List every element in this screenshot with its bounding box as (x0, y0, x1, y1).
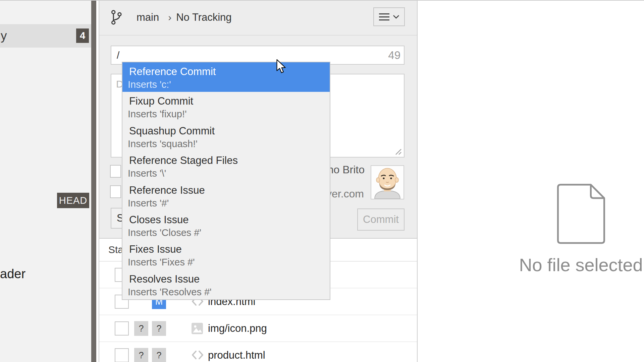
composer-option-checkbox[interactable] (110, 185, 121, 198)
autocomplete-item-title: Closes Issue (129, 213, 330, 227)
tracking-status[interactable]: No Tracking (176, 11, 231, 23)
autocomplete-item-title: Fixes Issue (129, 242, 330, 256)
file-name: product.html (208, 349, 265, 361)
file-row[interactable]: ??product.html (99, 342, 417, 362)
autocomplete-item-subtitle: Inserts 'Resolves #' (128, 286, 330, 298)
untracked-status-badge: ? (152, 348, 166, 362)
commit-button[interactable]: Commit (357, 208, 405, 231)
file-stage-checkbox[interactable] (115, 348, 129, 362)
autocomplete-item-subtitle: Inserts '#' (128, 197, 330, 209)
untracked-status-badge: ? (152, 321, 166, 336)
autocomplete-item-subtitle: Inserts 'Fixes #' (128, 256, 330, 268)
autocomplete-item-title: Resolves Issue (129, 272, 330, 286)
autocomplete-item[interactable]: Resolves IssueInserts 'Resolves #' (122, 270, 330, 299)
file-row[interactable]: ??img/icon.png (99, 315, 417, 342)
sidebar-item-label: y (1, 29, 7, 43)
panel-gutter (96, 0, 99, 362)
subject-char-counter: 49 (388, 49, 400, 62)
hamburger-icon (379, 13, 389, 20)
author-name[interactable]: no Brito (328, 164, 365, 176)
image-icon (191, 322, 203, 336)
untracked-status-badge: ? (134, 321, 148, 336)
window-top-border (0, 0, 644, 1)
autocomplete-item-subtitle: Inserts '\' (128, 167, 330, 180)
mouse-cursor (276, 59, 288, 75)
empty-state: No file selected (519, 183, 643, 275)
sidebar-item-working-copy[interactable]: y 4 (0, 24, 91, 48)
sidebar: y 4 HEAD ader (0, 0, 91, 362)
untracked-status-badge: ? (134, 348, 148, 362)
chevron-down-icon (393, 15, 399, 19)
autocomplete-item-title: Reference Commit (129, 65, 330, 78)
change-count-badge: 4 (76, 28, 89, 43)
working-copy-panel: main › No Tracking 49 D no Brito ver.com (99, 0, 417, 362)
empty-file-icon (556, 183, 606, 245)
autocomplete-item-title: Squashup Commit (129, 124, 330, 138)
autocomplete-item-subtitle: Inserts 'Closes #' (128, 227, 330, 239)
autocomplete-item[interactable]: Fixes IssueInserts 'Fixes #' (122, 240, 330, 269)
empty-state-text: No file selected (519, 254, 643, 275)
branch-toolbar: main › No Tracking (99, 0, 417, 36)
branch-name[interactable]: main (137, 11, 159, 23)
breadcrumb-separator: › (168, 12, 171, 23)
toolbar-menu-button[interactable] (373, 7, 405, 26)
resize-grip-icon[interactable] (394, 148, 402, 155)
author-avatar[interactable] (371, 165, 404, 199)
autocomplete-item[interactable]: Closes IssueInserts 'Closes #' (122, 210, 330, 240)
autocomplete-item-subtitle: Inserts 'fixup!' (128, 108, 330, 120)
author-email[interactable]: ver.com (326, 188, 364, 200)
composer-option-checkbox[interactable] (110, 165, 121, 178)
sidebar-splitter[interactable] (91, 0, 96, 362)
file-stage-checkbox[interactable] (115, 321, 129, 336)
head-badge: HEAD (57, 193, 89, 208)
branch-icon (111, 8, 122, 27)
autocomplete-item-subtitle: Inserts 'c:' (128, 78, 330, 91)
autocomplete-item[interactable]: Squashup CommitInserts 'squash!' (122, 122, 330, 151)
autocomplete-item[interactable]: Reference IssueInserts '#' (122, 181, 330, 210)
autocomplete-item-title: Reference Issue (129, 183, 330, 197)
autocomplete-item[interactable]: Fixup CommitInserts 'fixup!' (122, 92, 330, 121)
autocomplete-item[interactable]: Reference CommitInserts 'c:' (122, 62, 330, 92)
autocomplete-menu: Reference CommitInserts 'c:'Fixup Commit… (122, 62, 330, 300)
autocomplete-item[interactable]: Reference Staged FilesInserts '\' (122, 151, 330, 181)
file-preview-panel: No file selected (417, 0, 644, 362)
autocomplete-item-subtitle: Inserts 'squash!' (128, 138, 330, 150)
autocomplete-item-title: Reference Staged Files (129, 154, 330, 167)
file-list-header-label: Sta (108, 244, 123, 255)
autocomplete-item-title: Fixup Commit (129, 94, 330, 108)
sidebar-branch-label[interactable]: ader (0, 266, 25, 281)
code-icon (191, 349, 204, 362)
file-name: img/icon.png (208, 322, 267, 335)
